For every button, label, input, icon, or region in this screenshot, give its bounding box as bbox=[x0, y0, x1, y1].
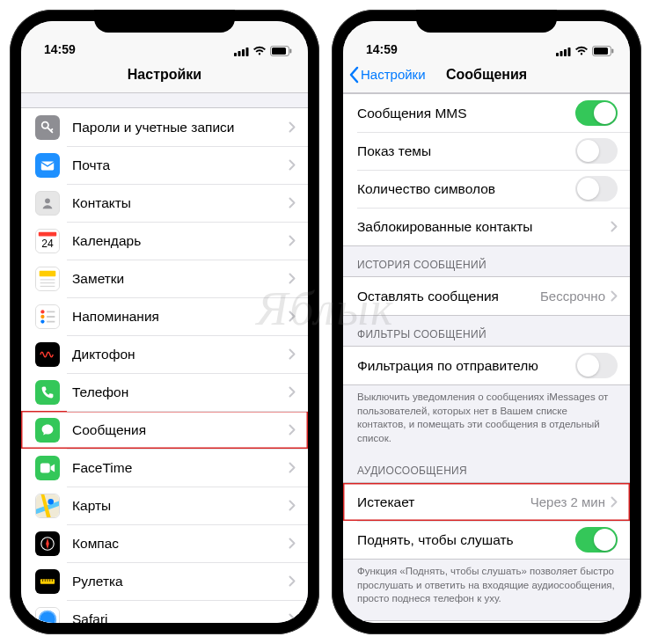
row-label: FaceTime bbox=[72, 460, 289, 476]
svg-rect-11 bbox=[39, 231, 56, 236]
chevron-left-icon bbox=[348, 66, 359, 84]
signal-icon bbox=[556, 47, 571, 56]
content-right[interactable]: Сообщения MMSПоказ темыКоличество символ… bbox=[343, 93, 630, 623]
back-button[interactable]: Настройки bbox=[348, 66, 426, 84]
row[interactable]: ИстекаетЧерез 2 мин bbox=[343, 483, 630, 521]
row[interactable]: Количество символов bbox=[343, 170, 630, 208]
settings-row-phone[interactable]: Телефон bbox=[21, 373, 308, 411]
chevron-right-icon bbox=[289, 348, 296, 360]
status-right bbox=[556, 46, 614, 56]
settings-row-contact[interactable]: Контакты bbox=[21, 184, 308, 222]
nav-bar-left: Настройки bbox=[21, 56, 308, 93]
content-left[interactable]: Пароли и учетные записиПочтаКонтакты24Ка… bbox=[21, 93, 308, 623]
svg-point-18 bbox=[40, 319, 44, 323]
row-label: Компас bbox=[72, 536, 289, 552]
row-label: Контакты bbox=[72, 195, 289, 211]
screen-right: 14:59 Настройки Сообщения Сообщения MMSП… bbox=[343, 21, 630, 623]
chevron-right-icon bbox=[289, 500, 296, 511]
settings-row-measure[interactable]: Рулетка bbox=[21, 562, 308, 600]
reminders-icon bbox=[35, 304, 60, 329]
row-value: Через 2 мин bbox=[530, 494, 605, 509]
row[interactable]: Показ темы bbox=[343, 132, 630, 170]
safari-icon bbox=[35, 607, 60, 624]
section-footer: Функция «Поднять, чтобы слушать» позволя… bbox=[343, 560, 630, 613]
toggle[interactable] bbox=[575, 527, 618, 553]
notes-icon bbox=[35, 267, 60, 291]
row-label: Safari bbox=[72, 611, 289, 624]
svg-rect-32 bbox=[560, 51, 563, 56]
svg-rect-5 bbox=[272, 48, 286, 55]
screen-left: 14:59 Настройки Пароли и учетные записиП… bbox=[21, 21, 308, 623]
settings-row-video[interactable]: FaceTime bbox=[21, 449, 308, 487]
wifi-icon bbox=[252, 46, 267, 56]
list: ИстекаетЧерез 2 минПоднять, чтобы слушат… bbox=[343, 482, 630, 560]
settings-row-maps[interactable]: Карты bbox=[21, 487, 308, 524]
settings-row-compass[interactable]: Компас bbox=[21, 524, 308, 562]
row-label: Календарь bbox=[72, 233, 289, 249]
toggle[interactable] bbox=[575, 100, 618, 126]
svg-rect-37 bbox=[612, 49, 614, 54]
row-value: Бессрочно bbox=[540, 289, 605, 304]
row[interactable]: Оставлять сообщенияБессрочно bbox=[343, 277, 630, 315]
row[interactable]: Сообщения MMS bbox=[343, 94, 630, 132]
chevron-right-icon bbox=[289, 273, 296, 284]
row[interactable]: Фильтрация по отправителю bbox=[343, 347, 630, 384]
calendar-icon: 24 bbox=[35, 229, 60, 253]
settings-row-key[interactable]: Пароли и учетные записи bbox=[21, 108, 308, 146]
row-label: Сообщения bbox=[72, 422, 289, 438]
svg-rect-2 bbox=[242, 49, 245, 56]
settings-row-reminders[interactable]: Напоминания bbox=[21, 297, 308, 335]
row-label: Телефон bbox=[72, 384, 289, 400]
chevron-right-icon bbox=[289, 462, 296, 473]
svg-rect-19 bbox=[40, 463, 50, 472]
phone-right: 14:59 Настройки Сообщения Сообщения MMSП… bbox=[332, 10, 641, 634]
section-footer: Выключить уведомления о сообщениях iMess… bbox=[343, 385, 630, 452]
toggle[interactable] bbox=[575, 353, 618, 378]
chevron-right-icon bbox=[289, 311, 296, 322]
video-icon bbox=[35, 456, 60, 480]
section-header: ФИЛЬТРЫ СООБЩЕНИЙ bbox=[343, 316, 630, 346]
chevron-right-icon bbox=[289, 424, 296, 435]
list: Сообщения MMSПоказ темыКоличество символ… bbox=[343, 93, 630, 246]
settings-row-safari[interactable]: Safari bbox=[21, 600, 308, 623]
page-title: Сообщения bbox=[446, 67, 527, 83]
row-label: Почта bbox=[72, 157, 289, 173]
svg-point-16 bbox=[40, 310, 44, 313]
chevron-right-icon bbox=[289, 386, 296, 398]
row-label: Рулетка bbox=[72, 574, 289, 589]
voice-icon bbox=[35, 342, 60, 367]
settings-row-messages[interactable]: Сообщения bbox=[21, 411, 308, 449]
row[interactable]: Поднять, чтобы слушать bbox=[343, 521, 630, 559]
row[interactable]: Заблокированные контакты bbox=[343, 208, 630, 245]
nav-bar-right: Настройки Сообщения bbox=[343, 56, 630, 93]
list: Режим низкого качества bbox=[343, 620, 630, 623]
row[interactable]: Режим низкого качества bbox=[343, 621, 630, 623]
settings-row-calendar[interactable]: 24Календарь bbox=[21, 222, 308, 260]
section-header: АУДИОСООБЩЕНИЯ bbox=[343, 452, 630, 482]
chevron-right-icon bbox=[289, 613, 296, 623]
compass-icon bbox=[35, 531, 60, 556]
settings-row-mail[interactable]: Почта bbox=[21, 146, 308, 184]
phone-icon bbox=[35, 380, 60, 405]
settings-list: Пароли и учетные записиПочтаКонтакты24Ка… bbox=[21, 107, 308, 623]
row-label: Поднять, чтобы слушать bbox=[357, 532, 575, 548]
status-right bbox=[234, 46, 292, 56]
chevron-right-icon bbox=[289, 538, 296, 549]
status-time: 14:59 bbox=[366, 42, 398, 56]
svg-rect-0 bbox=[234, 53, 237, 56]
row-label: Напоминания bbox=[72, 309, 289, 325]
list: Фильтрация по отправителю bbox=[343, 346, 630, 385]
svg-rect-33 bbox=[564, 49, 567, 56]
row-label: Карты bbox=[72, 498, 289, 514]
toggle[interactable] bbox=[575, 176, 618, 201]
row-label: Истекает bbox=[357, 494, 530, 510]
list: Оставлять сообщенияБессрочно bbox=[343, 276, 630, 316]
settings-row-notes[interactable]: Заметки bbox=[21, 260, 308, 297]
svg-rect-3 bbox=[246, 48, 249, 56]
phone-left: 14:59 Настройки Пароли и учетные записиП… bbox=[10, 10, 319, 634]
svg-rect-14 bbox=[40, 270, 56, 276]
signal-icon bbox=[234, 47, 249, 56]
wifi-icon bbox=[574, 46, 589, 56]
toggle[interactable] bbox=[575, 138, 618, 164]
settings-row-voice[interactable]: Диктофон bbox=[21, 335, 308, 373]
